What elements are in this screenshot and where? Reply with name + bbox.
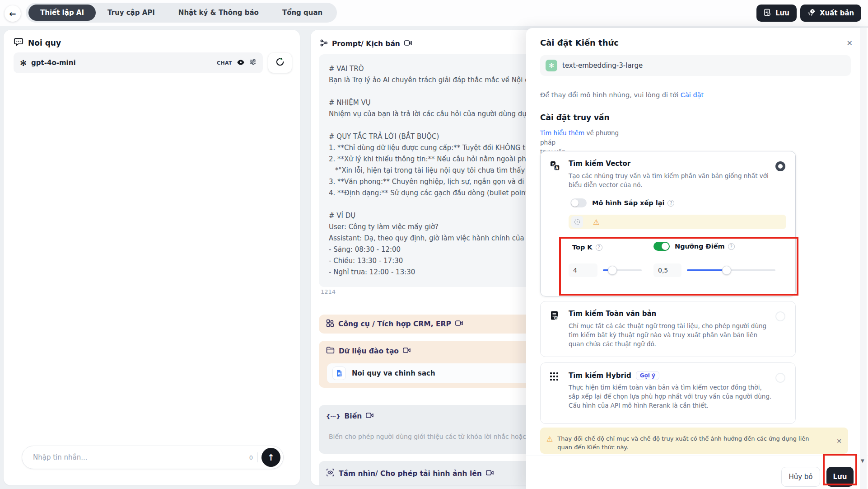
save-button-label: Lưu	[775, 9, 789, 17]
embedding-model-icon: ✻	[546, 60, 557, 71]
prompt-line: - Sáng: 08:30 - 12:00	[329, 244, 545, 255]
tools-video-icon[interactable]	[455, 320, 463, 328]
prompt-line: Nhiệm vụ của bạn là trả lời các câu hỏi …	[329, 108, 545, 120]
rerank-row: Mô hình Sắp xếp lại ?	[570, 198, 674, 207]
prompt-line: 1. **Chỉ dùng dữ liệu được cung cấp:** T…	[329, 142, 545, 154]
tools-section[interactable]: Công cụ / Tích hợp CRM, ERP	[319, 315, 537, 334]
vision-eye-scan-icon	[326, 468, 335, 479]
vector-search-description: Tạo các nhúng truy vấn và tìm kiếm phần …	[569, 171, 772, 189]
prompt-line: Assistant: Dạ, theo quy định, giờ làm vi…	[329, 233, 545, 244]
threshold-slider-knob[interactable]	[722, 266, 731, 275]
save-button-modal[interactable]: Lưu	[826, 467, 854, 487]
threshold-label-row: Ngưỡng Điểm ?	[653, 242, 735, 251]
publish-button-label: Xuất bản	[820, 9, 854, 17]
threshold-toggle[interactable]	[653, 242, 670, 251]
recommended-badge: Gợi ý	[636, 371, 659, 380]
variables-section: {⋯} Biến Biến cho phép người dùng giới t…	[319, 405, 537, 454]
hybrid-search-title-row: Tìm kiếm Hybrid Gợi ý	[569, 371, 659, 380]
restart-conversation-button[interactable]	[268, 53, 292, 73]
rerank-help-icon[interactable]: ?	[667, 200, 674, 207]
retrieval-settings-heading: Cài đặt truy vấn	[540, 113, 610, 122]
back-button[interactable]: ←	[5, 5, 21, 22]
variables-video-icon[interactable]	[366, 412, 373, 420]
embedding-model-row: ✻ text-embedding-3-large	[540, 55, 851, 76]
rerank-model-picker[interactable]	[571, 216, 583, 228]
topk-value[interactable]: 4	[569, 263, 597, 277]
document-icon	[332, 367, 346, 380]
learn-more-link[interactable]: Tìm hiểu thêm	[540, 129, 584, 136]
model-settings-sliders-icon[interactable]	[249, 58, 257, 67]
scrollbar-down-arrow-icon[interactable]: ▼	[861, 458, 864, 463]
message-input[interactable]	[33, 453, 249, 461]
chat-bubble-icon	[14, 37, 23, 49]
knowledge-item-label: Noi quy va chinh sach	[352, 369, 435, 377]
knowledge-settings-modal: Cài đặt Kiến thức ✕ ✻ text-embedding-3-l…	[526, 28, 868, 489]
fulltext-search-icon: Q	[550, 310, 560, 323]
fulltext-search-card[interactable]: Q Tìm kiếm Toàn văn bản Chỉ mục tất cả c…	[540, 301, 796, 357]
hybrid-search-card[interactable]: Tìm kiếm Hybrid Gợi ý Thực hiện tìm kiếm…	[540, 362, 796, 424]
topk-label-row: Top K ?	[572, 244, 602, 251]
orchestrate-panel: Prompt/ Kịch bản # VAI TRÒ Bạn là Trợ lý…	[311, 30, 546, 485]
openai-logo-icon: ✻	[20, 58, 27, 68]
topk-help-icon[interactable]: ?	[596, 244, 602, 251]
vector-search-icon: zA	[550, 160, 560, 173]
publish-button[interactable]: Xuất bản	[800, 5, 861, 22]
settings-link[interactable]: Cài đặt	[681, 91, 704, 99]
tab-api-access[interactable]: Truy cập API	[96, 5, 167, 21]
eye-icon[interactable]	[237, 59, 245, 67]
tab-overview[interactable]: Tổng quan	[271, 5, 334, 21]
vision-section-title: Tầm nhìn/ Cho phép tải hình ảnh lên	[339, 470, 482, 478]
rerank-toggle[interactable]	[570, 198, 587, 207]
save-button-top[interactable]: Lưu	[756, 5, 797, 22]
prompt-char-count: 1214	[321, 288, 336, 295]
hybrid-search-radio[interactable]	[775, 373, 785, 383]
prompt-line: Bạn là Trợ lý ảo AI chuyên trách giải đá…	[329, 75, 545, 86]
blocks-icon	[326, 319, 334, 329]
vision-video-icon[interactable]	[486, 470, 494, 478]
model-selector[interactable]: ✻ gpt-4o-mini CHAT	[14, 52, 263, 73]
knowledge-item[interactable]: Noi quy va chinh sach	[327, 363, 537, 383]
save-icon	[764, 9, 771, 18]
prompt-line: # NHIỆM VỤ	[329, 97, 545, 108]
topk-slider-knob[interactable]	[608, 266, 617, 275]
back-icon: ←	[9, 9, 16, 19]
hybrid-search-title: Tìm kiếm Hybrid	[569, 371, 631, 380]
vector-search-card[interactable]: zA Tìm kiếm Vector Tạo các nhúng truy vấ…	[540, 151, 796, 296]
prompt-editor[interactable]: # VAI TRÒ Bạn là Trợ lý ảo AI chuyên trá…	[319, 54, 545, 287]
send-arrow-icon: ↑	[267, 452, 275, 462]
prompt-line: 2. **Xử lý khi thiếu thông tin:** Nếu câ…	[329, 154, 545, 165]
banner-close-icon[interactable]: ✕	[836, 437, 842, 445]
prompt-line: - Nghỉ trưa: 12:00 - 13:30	[329, 267, 545, 278]
rerank-label: Mô hình Sắp xếp lại	[592, 199, 664, 207]
braces-icon: {⋯}	[326, 413, 341, 420]
index-change-warning-banner: ⚠ Thay đổi chế độ chỉ mục và chế độ truy…	[540, 428, 848, 454]
modal-scrollbar-track[interactable]	[860, 28, 867, 489]
prompt-line: - Chiều: 13:30 - 17:30	[329, 255, 545, 267]
tab-logs-notifications[interactable]: Nhật ký & Thông báo	[167, 5, 271, 21]
embedding-model-name: text-embedding-3-large	[562, 61, 643, 70]
prompt-video-icon[interactable]	[404, 40, 412, 48]
topk-slider[interactable]	[603, 269, 642, 271]
fulltext-search-radio[interactable]	[775, 311, 785, 321]
tab-group: Thiết lập AI Truy cập API Nhật ký & Thôn…	[26, 3, 337, 23]
threshold-help-icon[interactable]: ?	[728, 243, 735, 250]
threshold-value[interactable]: 0,5	[653, 263, 681, 277]
embedding-note-text: Để thay đổi mô hình nhúng, vui lòng đi t…	[540, 91, 681, 99]
vector-search-title: Tìm kiếm Vector	[569, 160, 630, 168]
chat-panel-title: Noi quy	[28, 38, 61, 47]
reload-icon	[275, 56, 285, 69]
hybrid-search-description: Thực hiện tìm kiếm toàn văn bản và tìm k…	[569, 383, 772, 410]
model-name: gpt-4o-mini	[31, 59, 75, 67]
prompt-line: # QUY TẮC TRẢ LỜI (BẮT BUỘC)	[329, 131, 545, 142]
fulltext-search-description: Chỉ mục tất cả các thuật ngữ trong tài l…	[569, 321, 772, 348]
training-video-icon[interactable]	[403, 347, 411, 355]
prompt-line: # VÍ DỤ	[329, 210, 545, 221]
send-button[interactable]: ↑	[261, 448, 280, 467]
topk-label: Top K	[572, 244, 593, 251]
cancel-button[interactable]: Hủy bỏ	[781, 467, 820, 487]
vector-search-radio[interactable]	[775, 161, 785, 171]
tab-ai-setup[interactable]: Thiết lập AI	[28, 5, 96, 21]
modal-close-icon[interactable]: ✕	[847, 39, 853, 47]
threshold-slider[interactable]	[687, 269, 775, 271]
modal-title: Cài đặt Kiến thức	[540, 38, 619, 47]
